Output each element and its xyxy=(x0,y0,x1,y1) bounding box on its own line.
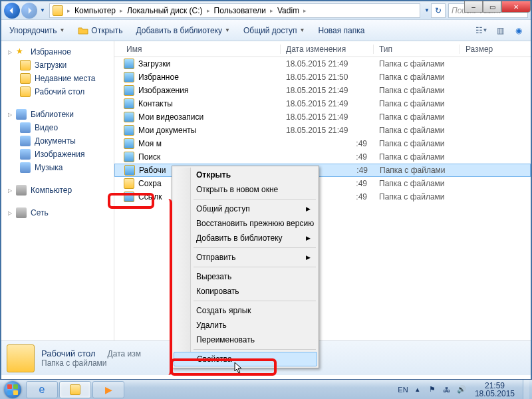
organize-button[interactable]: Упорядочить▼ xyxy=(7,25,67,37)
folder-icon xyxy=(53,5,63,16)
folder-icon xyxy=(124,138,134,149)
system-tray: EN ▴ ⚑ 🖧 🔊 21:59 18.05.2015 xyxy=(398,380,532,400)
nav-history-dropdown[interactable]: ▼ xyxy=(39,7,47,13)
folder-icon xyxy=(124,85,134,96)
chevron-right-icon[interactable]: ▸ xyxy=(269,7,275,14)
chevron-right-icon[interactable]: ▸ xyxy=(205,7,211,14)
view-options-button[interactable]: ☷ ▼ xyxy=(475,25,488,36)
window-controls: – ▭ ✕ xyxy=(464,1,531,13)
chevron-right-icon[interactable]: ▸ xyxy=(302,7,308,14)
file-row[interactable]: Поиск:49Папка с файлами xyxy=(114,150,531,164)
col-size-header[interactable]: Размер xyxy=(460,45,531,54)
nav-desktop[interactable]: Рабочий стол xyxy=(1,85,114,98)
file-row[interactable]: Загрузки18.05.2015 21:49Папка с файлами xyxy=(114,57,531,70)
nav-item-label: Музыка xyxy=(35,163,63,172)
context-menu: Открыть Открыть в новом окне Общий досту… xyxy=(172,166,319,368)
ctx-rename[interactable]: Переименовать xyxy=(174,332,317,347)
file-name: Изображения xyxy=(138,86,188,95)
document-icon xyxy=(20,136,31,146)
breadcrumb-users[interactable]: Пользователи xyxy=(211,6,269,15)
folder-icon xyxy=(20,60,31,70)
nav-recent[interactable]: Недавние места xyxy=(1,72,114,85)
file-type: Папка с файлами xyxy=(374,139,460,148)
new-folder-button[interactable]: Новая папка xyxy=(315,25,367,37)
language-indicator[interactable]: EN xyxy=(398,384,408,395)
ctx-addlib[interactable]: Добавить в библиотеку▶ xyxy=(174,231,317,245)
clock[interactable]: 21:59 18.05.2015 xyxy=(471,382,519,398)
volume-icon[interactable]: 🔊 xyxy=(456,384,467,395)
chevron-right-icon[interactable]: ▸ xyxy=(118,7,124,14)
nav-video[interactable]: Видео xyxy=(1,121,114,134)
file-row[interactable]: Контакты18.05.2015 21:49Папка с файлами xyxy=(114,97,531,110)
breadcrumb-computer[interactable]: Компьютер xyxy=(72,6,118,15)
ctx-cut[interactable]: Вырезать xyxy=(174,269,317,284)
file-date: 18.05.2015 21:49 xyxy=(281,99,374,108)
nav-music[interactable]: Музыка xyxy=(1,161,114,174)
file-row[interactable]: Изображения18.05.2015 21:49Папка с файла… xyxy=(114,84,531,97)
chevron-right-icon[interactable]: ▸ xyxy=(66,7,72,14)
nav-back-button[interactable] xyxy=(4,3,20,19)
nav-pics[interactable]: Изображения xyxy=(1,148,114,161)
show-desktop-button[interactable] xyxy=(523,380,529,400)
preview-pane-button[interactable]: ▥ xyxy=(493,25,507,36)
ctx-delete[interactable]: Удалить xyxy=(174,318,317,332)
nav-computer-header[interactable]: ▷Компьютер xyxy=(1,184,114,197)
minimize-button[interactable]: – xyxy=(464,1,483,13)
file-row[interactable]: Избранное18.05.2015 21:50Папка с файлами xyxy=(114,70,531,84)
nav-favorites-header[interactable]: ▷★Избранное xyxy=(1,45,114,59)
folder-icon xyxy=(124,152,134,162)
nav-libraries-label: Библиотеки xyxy=(31,110,74,119)
organize-label: Упорядочить xyxy=(9,26,57,35)
file-type: Папка с файлами xyxy=(374,72,460,82)
nav-forward-button[interactable] xyxy=(21,3,37,19)
windows-logo-icon xyxy=(4,381,21,398)
maximize-button[interactable]: ▭ xyxy=(483,1,501,13)
breadcrumb-user[interactable]: Vadim xyxy=(275,6,302,15)
picture-icon xyxy=(20,149,31,160)
nav-docs[interactable]: Документы xyxy=(1,134,114,148)
ctx-restore[interactable]: Восстановить прежнюю версию xyxy=(174,216,317,231)
show-hidden-icon[interactable]: ▴ xyxy=(412,384,423,395)
address-bar[interactable]: ▸ Компьютер ▸ Локальный диск (C:) ▸ Поль… xyxy=(49,3,420,18)
file-date: 18.05.2015 21:49 xyxy=(281,112,374,122)
nav-network-header[interactable]: ▷Сеть xyxy=(1,206,114,219)
ctx-open-new[interactable]: Открыть в новом окне xyxy=(174,182,317,197)
start-button[interactable] xyxy=(0,380,25,400)
separator xyxy=(194,267,316,267)
nav-libraries-header[interactable]: ▷Библиотеки xyxy=(1,108,114,121)
ctx-copy[interactable]: Копировать xyxy=(174,284,317,299)
file-type: Папка с файлами xyxy=(374,112,460,122)
nav-downloads[interactable]: Загрузки xyxy=(1,59,114,72)
file-name: Моя м xyxy=(138,139,162,148)
add-library-button[interactable]: Добавить в библиотеку▼ xyxy=(133,25,232,37)
taskbar-explorer[interactable] xyxy=(59,381,91,398)
open-button[interactable]: Открыть xyxy=(75,24,125,37)
file-row[interactable]: Мои видеозаписи18.05.2015 21:49Папка с ф… xyxy=(114,110,531,124)
file-name: Ссылк xyxy=(138,192,162,201)
video-icon xyxy=(20,122,31,133)
col-date-header[interactable]: Дата изменения xyxy=(281,45,374,54)
col-name-header[interactable]: Имя xyxy=(114,45,281,54)
share-button[interactable]: Общий доступ▼ xyxy=(241,25,308,37)
file-row[interactable]: Мои документы18.05.2015 21:49Папка с фай… xyxy=(114,124,531,137)
titlebar: ▼ ▸ Компьютер ▸ Локальный диск (C:) ▸ По… xyxy=(1,1,531,20)
file-row[interactable]: Моя м:49Папка с файлами xyxy=(114,137,531,150)
refresh-button[interactable]: ↻ xyxy=(431,3,446,18)
ctx-shortcut[interactable]: Создать ярлык xyxy=(174,303,317,318)
address-dropdown[interactable]: ▼ xyxy=(423,7,431,13)
newfolder-label: Новая папка xyxy=(318,26,364,35)
file-name: Поиск xyxy=(138,152,160,162)
ctx-share[interactable]: Общий доступ▶ xyxy=(174,201,317,216)
flag-icon[interactable]: ⚑ xyxy=(427,384,438,395)
file-type: Папка с файлами xyxy=(374,59,460,68)
ctx-send[interactable]: Отправить▶ xyxy=(174,250,317,265)
network-icon[interactable]: 🖧 xyxy=(442,384,452,395)
ctx-open[interactable]: Открыть xyxy=(174,168,317,182)
taskbar-ie[interactable]: e xyxy=(26,381,58,398)
breadcrumb-disk[interactable]: Локальный диск (C:) xyxy=(124,6,205,15)
close-button[interactable]: ✕ xyxy=(501,1,531,13)
taskbar-media[interactable]: ▶ xyxy=(92,381,124,398)
ctx-properties[interactable]: Свойства xyxy=(174,352,317,366)
col-type-header[interactable]: Тип xyxy=(374,45,460,54)
help-button[interactable]: ◉ xyxy=(512,25,525,36)
